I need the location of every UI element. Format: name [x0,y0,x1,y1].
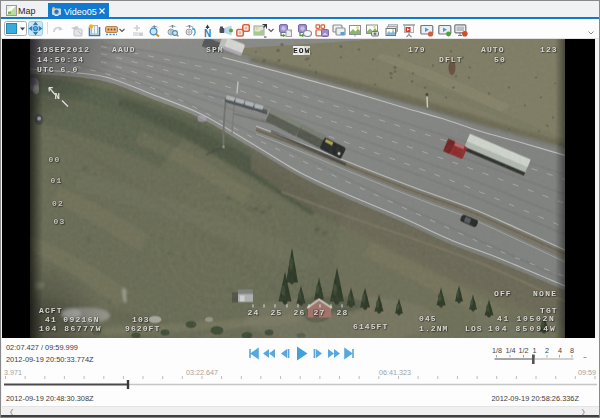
svg-text:2: 2 [545,346,549,355]
svg-text:1/4: 1/4 [506,346,516,355]
svg-text:4: 4 [558,346,562,355]
svg-text:N: N [203,28,210,38]
svg-text:1: 1 [533,346,537,355]
svg-text:1/2: 1/2 [519,346,529,355]
svg-text:1/8: 1/8 [492,346,502,355]
svg-text:N: N [55,92,60,102]
svg-text:8: 8 [570,346,574,355]
